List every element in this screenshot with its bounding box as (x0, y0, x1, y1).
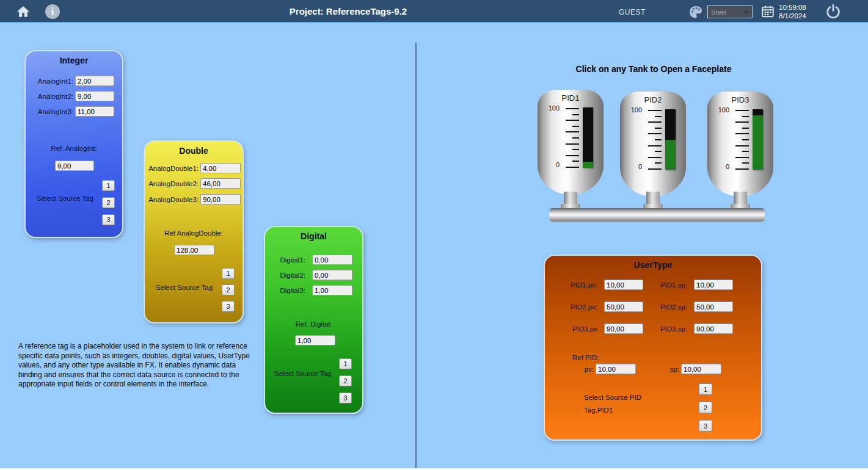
usertype-tag-label: Tag.PID1 (584, 407, 613, 414)
pid3-pv-input[interactable] (604, 324, 643, 334)
ref-sp-label: sp: (658, 366, 679, 373)
analogint2-label: AnalogInt2: (28, 93, 73, 100)
tank-pid1-label: PID1 (538, 93, 604, 103)
ref-analogdouble-label: Ref AnalogDouble: (145, 230, 243, 237)
ref-digital-input[interactable] (295, 335, 335, 345)
digital2-input[interactable] (312, 270, 352, 280)
home-icon[interactable] (16, 5, 30, 18)
usertype-panel: UserType PID1.pv: PID1.sp: PID2.pv: PID2… (544, 255, 762, 441)
analogdouble2-label: AnalogDouble2: (146, 180, 199, 187)
analogint1-input[interactable] (75, 76, 114, 86)
calendar-icon[interactable] (761, 5, 775, 18)
digital-panel: Digital Digital1: Digital2: Digital3: Re… (264, 226, 363, 414)
tank-pid1[interactable]: PID1 100 0 (538, 90, 604, 195)
pid2-pv-label: PID2.pv: (546, 303, 597, 311)
theme-select-value: Steel (711, 9, 743, 16)
analogint3-input[interactable] (75, 106, 114, 117)
tank-pid1-level-fill (583, 162, 593, 168)
datetime-display: 10:59:08 8/1/2024 (779, 3, 806, 20)
usertype-source-3-button[interactable]: 3 (699, 420, 712, 432)
pid2-sp-input[interactable] (694, 302, 733, 312)
tank-pid1-scale-min: 0 (547, 161, 560, 168)
tank-pid2-level-track (665, 109, 676, 170)
analogint2-input[interactable] (75, 91, 114, 101)
analogdouble3-input[interactable] (200, 194, 241, 204)
digital-source-2-button[interactable]: 2 (339, 375, 352, 386)
ref-pid-label: Ref PID: (572, 354, 599, 361)
tank-pid1-level-track (583, 107, 593, 168)
usertype-panel-title: UserType (545, 260, 761, 270)
ref-analogint-input[interactable] (55, 161, 94, 171)
tank-pid2-level-fill (665, 140, 676, 170)
pid1-pv-label: PID1.pv: (546, 281, 597, 289)
usertype-source-2-button[interactable]: 2 (699, 402, 712, 413)
ref-pv-input[interactable] (596, 364, 636, 374)
analogdouble1-label: AnalogDouble1: (146, 165, 199, 172)
pid1-sp-label: PID1.sp: (638, 281, 687, 289)
time-label: 10:59:08 (779, 3, 806, 12)
double-select-source-label: Select Source Tag (156, 284, 213, 291)
ref-analogdouble-input[interactable] (174, 245, 214, 255)
tank-pid2-scale-max: 100 (625, 106, 642, 114)
ref-sp-input[interactable] (681, 364, 721, 374)
tank-pid3-label: PID3 (707, 95, 773, 104)
tank-pid3-scale-min: 0 (717, 163, 729, 170)
tank-pid1-scale-ticks (564, 108, 579, 168)
ref-analogint-label: Ref. AnalogInt: (26, 145, 122, 152)
usertype-source-1-button[interactable]: 1 (699, 383, 712, 395)
integer-select-source-label: Select Source Tag (37, 195, 93, 202)
ref-pv-label: pv: (572, 366, 594, 373)
pid3-sp-label: PID3.sp: (638, 325, 687, 333)
integer-source-2-button[interactable]: 2 (102, 197, 115, 208)
tank-pid2-scale-ticks (647, 110, 662, 170)
reference-tag-description: A reference tag is a placeholder used in… (18, 342, 252, 389)
info-icon[interactable]: i (45, 4, 60, 19)
pid3-pv-label: PID3.pv (546, 325, 597, 333)
tank-pid3-scale-max: 100 (712, 106, 729, 114)
tanks-heading: Click on any Tank to Open a Faceplate (538, 64, 770, 74)
ref-digital-label: Ref. Digital: (265, 320, 362, 328)
chevron-down-icon (743, 10, 749, 14)
digital1-input[interactable] (312, 255, 352, 265)
analogdouble2-input[interactable] (200, 178, 241, 189)
pid2-sp-label: PID2.sp: (638, 303, 687, 311)
manifold-pipe (549, 208, 765, 222)
palette-icon[interactable] (688, 5, 703, 20)
pid1-sp-input[interactable] (694, 280, 733, 290)
tank-pid3[interactable]: PID3 100 0 (707, 92, 773, 197)
digital3-input[interactable] (312, 285, 352, 295)
pid1-pv-input[interactable] (604, 280, 643, 290)
top-navigation-bar: i Project: ReferenceTags-9.2 GUEST Steel (0, 0, 868, 23)
tank-pid3-scale-ticks (734, 110, 749, 170)
digital-source-1-button[interactable]: 1 (339, 358, 352, 369)
digital-select-source-label: Select Source Tag (274, 370, 331, 377)
integer-source-1-button[interactable]: 1 (102, 180, 115, 191)
digital2-label: Digital2: (270, 272, 305, 279)
analogint3-label: AnalogInt3: (28, 108, 73, 115)
tank-pid3-level-track (753, 109, 763, 170)
integer-source-3-button[interactable]: 3 (102, 214, 115, 225)
date-label: 8/1/2024 (779, 12, 806, 20)
user-label: GUEST (619, 8, 646, 16)
vertical-divider (415, 43, 417, 468)
digital-source-3-button[interactable]: 3 (339, 392, 352, 403)
digital1-label: Digital1: (270, 256, 305, 264)
analogdouble3-label: AnalogDouble3: (146, 196, 199, 203)
double-source-2-button[interactable]: 2 (222, 284, 235, 295)
usertype-select-source-label: Select Source PID (584, 394, 641, 401)
double-panel-title: Double (145, 146, 243, 156)
double-source-1-button[interactable]: 1 (222, 268, 235, 279)
integer-panel: Integer AnalogInt1: AnalogInt2: AnalogIn… (24, 50, 123, 238)
analogint1-label: AnalogInt1: (28, 78, 73, 85)
analogdouble1-input[interactable] (200, 163, 241, 173)
digital-panel-title: Digital (265, 231, 362, 241)
double-source-3-button[interactable]: 3 (222, 301, 235, 312)
digital3-label: Digital3: (270, 287, 305, 294)
theme-select[interactable]: Steel (707, 5, 753, 18)
pid2-pv-input[interactable] (604, 302, 643, 312)
tank-pid2[interactable]: PID2 100 0 (620, 92, 686, 197)
tank-pid2-scale-min: 0 (630, 163, 642, 170)
tank-pid1-scale-max: 100 (542, 104, 560, 112)
power-icon[interactable] (825, 4, 841, 20)
pid3-sp-input[interactable] (694, 324, 733, 334)
